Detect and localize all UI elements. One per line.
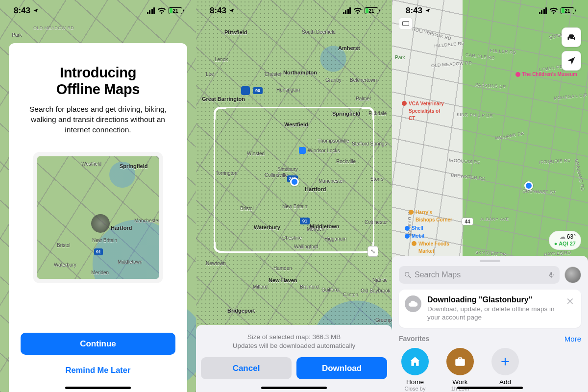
profile-avatar[interactable]: [564, 267, 581, 283]
screenshot-1-intro: OLD MEADOW RD Park 8:43 21 IntroducingOf…: [0, 0, 196, 392]
map-place-label: Belchertown: [350, 77, 377, 83]
map-place-label: Milford: [253, 284, 268, 290]
map-place-label: Pittsfield: [224, 29, 247, 35]
map-place-label: Hamden: [273, 266, 292, 271]
svg-rect-2: [550, 272, 552, 275]
street-label: HOLLYBROOK RD: [412, 26, 452, 41]
map-place-label: Niantic: [372, 277, 388, 283]
location-services-icon: [33, 8, 39, 14]
cell-signal-icon: [343, 7, 351, 14]
cell-signal-icon: [539, 7, 547, 14]
location-services-icon: [229, 8, 235, 14]
interstate-shield-icon: 91: [94, 248, 103, 255]
map-tools-stack: [562, 27, 581, 71]
map-place-label: Greenport: [375, 318, 392, 323]
map-place-label: Granby: [325, 77, 342, 83]
favorite-add[interactable]: Add: [489, 348, 521, 392]
resize-handle-icon[interactable]: ⤡: [368, 246, 378, 257]
status-bar: 8:43 21: [0, 0, 196, 22]
street-label: KING PHILIP DR: [457, 112, 493, 119]
battery-icon: 21: [365, 7, 378, 14]
poi-shell[interactable]: Shell: [405, 225, 423, 231]
street-label: HILLDALE RD: [434, 41, 465, 49]
street-label: FULLER RD: [490, 48, 516, 55]
search-input[interactable]: Search Maps: [399, 266, 560, 284]
interstate-90-shield-icon: 90: [253, 87, 263, 94]
screenshot-2-select-region: PittsfieldSouth DeerfieldAmherstLenoxLee…: [196, 0, 392, 392]
street-label: OLD MEADOW RD: [431, 60, 472, 68]
sheet-grabber[interactable]: [480, 260, 500, 262]
street-label: MOHAWK DR: [495, 131, 525, 141]
favorite-home[interactable]: HomeClose by: [399, 348, 431, 392]
home-indicator[interactable]: [65, 387, 131, 389]
map-place-label: Huntington: [276, 87, 300, 93]
home-icon: [401, 348, 429, 375]
map-place-label: Chester: [265, 72, 282, 77]
map-place-label: Guilford: [321, 287, 339, 293]
home-indicator[interactable]: [457, 387, 523, 389]
cancel-button[interactable]: Cancel: [201, 357, 292, 379]
remind-me-later-button[interactable]: Remind Me Later: [21, 360, 175, 380]
plus-icon: [491, 348, 519, 375]
interstate-90-icon: [241, 86, 250, 95]
street-label: IROQUOIS RD: [449, 158, 481, 165]
map-place-label: Amherst: [338, 45, 360, 51]
park-label: Park: [12, 32, 22, 38]
avatar-pin-icon: [91, 214, 110, 233]
download-sheet: Size of selected map: 366.3 MB Updates w…: [196, 325, 392, 392]
road-label: OLD MEADOW RD: [33, 25, 74, 30]
location-services-icon: [425, 8, 431, 14]
status-time: 8:43: [210, 6, 235, 16]
download-size-info: Size of selected map: 366.3 MB Updates w…: [201, 333, 387, 350]
status-bar: 8:43 21: [392, 0, 588, 22]
street-label: MOHEGAN CIR: [554, 92, 588, 100]
map-place-label: Clinton: [343, 292, 358, 297]
dismiss-download-card-button[interactable]: ✕: [565, 295, 575, 307]
download-region-selector[interactable]: ⤡: [214, 107, 374, 253]
street-label: LYMAN RD: [539, 64, 564, 73]
home-indicator[interactable]: [261, 387, 327, 389]
poi-mobil[interactable]: Mobil: [405, 233, 424, 239]
poi-park: Park: [395, 55, 405, 60]
poi-wholefoods[interactable]: Whole FoodsMarket: [412, 241, 449, 254]
favorites-more-link[interactable]: More: [564, 335, 581, 343]
svg-point-0: [405, 272, 409, 276]
battery-icon: 21: [169, 7, 182, 14]
microphone-icon[interactable]: [548, 270, 555, 279]
intro-minimap-preview: Westfield Springfield Hartford Mancheste…: [33, 152, 163, 283]
poi-vca[interactable]: VCA VeterinarySpecialists ofCT: [402, 101, 444, 121]
street-label: BREWSTER RD: [451, 172, 486, 181]
map-place-label: Branford: [300, 284, 318, 290]
current-location-dot: [524, 181, 533, 190]
location-arrow-icon: [566, 56, 576, 66]
street-label: CARLYLE RD: [466, 52, 495, 60]
wifi-icon: [549, 7, 558, 14]
status-time: 8:43: [14, 6, 39, 16]
recenter-button[interactable]: [562, 51, 581, 71]
continue-button[interactable]: Continue: [21, 333, 175, 355]
download-status-card[interactable]: Downloading "Glastonbury" Download, upda…: [399, 290, 581, 328]
download-button[interactable]: Download: [296, 357, 387, 379]
maps-bottom-panel[interactable]: Search Maps Downloading "Glastonbury" Do…: [392, 256, 588, 392]
map-place-label: Old Saybrook: [361, 288, 391, 294]
map-place-label: Bridgeport: [227, 308, 255, 314]
street-label: ALBANY AVE: [480, 217, 509, 221]
cell-signal-icon: [147, 7, 155, 14]
map-place-label: Lee: [206, 72, 214, 77]
favorite-work[interactable]: Work1h 25m: [444, 348, 476, 392]
map-place-label: New Haven: [269, 277, 297, 283]
street-label: PARSONS DR: [475, 82, 506, 89]
intro-title: IntroducingOffline Maps: [56, 65, 140, 98]
screenshot-3-maps-home: OLD MEADOW RDHOLLYBROOK RDHILLDALE RDFUL…: [392, 0, 588, 392]
poi-childrens-museum[interactable]: The Children's Museum: [515, 72, 577, 77]
favorites-heading: Favorites: [399, 335, 429, 343]
poi-harrys[interactable]: Harry'sBishops Corner: [409, 210, 452, 222]
street-label: IROQUOIS RD: [539, 158, 571, 165]
driving-mode-button[interactable]: [562, 27, 581, 47]
search-placeholder: Search Maps: [415, 270, 461, 279]
weather-widget[interactable]: ☁︎ 63° ● AQI 27: [549, 231, 581, 250]
download-status-title: Downloading "Glastonbury": [427, 295, 559, 304]
map-place-label: Northampton: [283, 70, 317, 75]
map-place-label: Newtown: [206, 261, 226, 266]
briefcase-icon: [446, 348, 474, 375]
